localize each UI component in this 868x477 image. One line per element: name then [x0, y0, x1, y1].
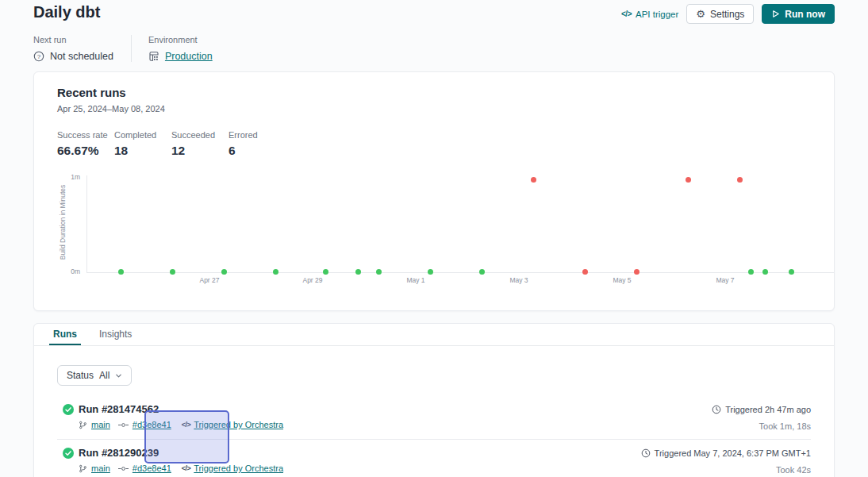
recent-runs-card: Recent runs Apr 25, 2024–May 08, 2024 Su… — [33, 71, 835, 311]
api-trigger-link[interactable]: </> API trigger — [621, 10, 678, 19]
y-tick-label: 0m — [58, 267, 80, 275]
top-actions: </> API trigger ⚙ Settings Run now — [621, 2, 835, 24]
date-range: Apr 25, 2024–May 08, 2024 — [57, 104, 811, 113]
x-tick-label: May 7 — [716, 276, 734, 284]
y-axis-label: Build Duration in Minutes — [59, 159, 67, 286]
environment-block: Environment Production — [131, 35, 230, 62]
run-title: Run #281290239 — [79, 447, 283, 459]
git-commit-icon — [118, 465, 129, 472]
run-row[interactable]: Run #281290239 main #d3e8e41 </> — [57, 440, 811, 477]
environment-link[interactable]: Production — [165, 51, 213, 62]
chart-point-succeeded[interactable] — [221, 269, 227, 275]
status-filter-label: Status — [67, 370, 94, 381]
x-tick-label: May 3 — [509, 276, 528, 284]
environment-label: Environment — [148, 35, 213, 44]
chart-point-succeeded[interactable] — [376, 269, 382, 275]
commit-link[interactable]: #d3e8e41 — [133, 420, 171, 429]
run-now-button[interactable]: Run now — [762, 4, 835, 24]
code-icon: </> — [182, 421, 191, 429]
tab-insights[interactable]: Insights — [95, 324, 136, 345]
stats-row: Success rate 66.67% Completed 18 Succeed… — [57, 130, 811, 158]
run-title: Run #281474562 — [79, 403, 283, 415]
settings-button[interactable]: ⚙ Settings — [686, 4, 754, 24]
chart-point-errored[interactable] — [686, 177, 691, 183]
code-icon: </> — [182, 464, 191, 472]
svg-text:?: ? — [37, 53, 41, 60]
triggered-text: Triggered 2h 47m ago — [725, 405, 811, 414]
took-text: Took 1m, 18s — [712, 421, 811, 431]
chart-point-succeeded[interactable] — [748, 269, 754, 275]
page-title: Daily dbt — [33, 2, 100, 21]
help-circle-icon: ? — [33, 51, 44, 62]
next-run-block: Next run ? Not scheduled — [33, 35, 131, 62]
branch-link[interactable]: main — [91, 420, 110, 429]
runs-card: Runs Insights Status All Run #281474562 — [33, 323, 835, 477]
chart-point-succeeded[interactable] — [355, 269, 361, 275]
chart-point-succeeded[interactable] — [323, 269, 328, 275]
gear-icon: ⚙ — [696, 9, 705, 19]
branch-link[interactable]: main — [91, 464, 110, 473]
tab-runs[interactable]: Runs — [49, 324, 81, 345]
git-branch-icon — [79, 464, 87, 473]
run-list: Run #281474562 main #d3e8e41 </> — [57, 396, 811, 477]
trigger-label: Triggered by Orchestra — [194, 464, 283, 473]
next-run-label: Next run — [33, 35, 113, 44]
y-tick-label: 1m — [58, 173, 80, 181]
clock-icon — [641, 448, 651, 458]
clock-icon — [712, 405, 721, 414]
x-tick-label: May 5 — [613, 276, 631, 284]
run-now-label: Run now — [785, 9, 825, 20]
chevron-down-icon — [115, 372, 122, 379]
job-meta-row: Next run ? Not scheduled Environment Pro… — [0, 24, 868, 62]
play-icon — [771, 10, 780, 18]
status-filter-button[interactable]: Status All — [57, 365, 132, 386]
check-circle-icon — [63, 404, 74, 429]
triggered-text: Triggered May 7, 2024, 6:37 PM GMT+1 — [655, 448, 811, 458]
api-trigger-label: API trigger — [636, 10, 678, 19]
chart-point-errored[interactable] — [582, 269, 588, 275]
run-row[interactable]: Run #281474562 main #d3e8e41 </> — [57, 396, 811, 440]
stat-completed: Completed 18 — [114, 130, 171, 158]
stat-succeeded: Succeeded 12 — [171, 130, 229, 158]
git-branch-icon — [79, 421, 87, 429]
recent-runs-title: Recent runs — [57, 86, 811, 99]
commit-link[interactable]: #d3e8e41 — [133, 464, 171, 473]
chart-point-succeeded[interactable] — [789, 269, 794, 275]
trigger-link[interactable]: </> Triggered by Orchestra — [182, 420, 283, 429]
status-filter-value: All — [99, 370, 109, 381]
trigger-label: Triggered by Orchestra — [194, 420, 283, 429]
chart-point-succeeded[interactable] — [762, 269, 768, 275]
tab-bar: Runs Insights — [34, 324, 834, 346]
chart-point-errored[interactable] — [634, 269, 639, 275]
took-text: Took 42s — [641, 465, 811, 475]
chart-point-errored[interactable] — [737, 177, 743, 183]
chart-point-errored[interactable] — [531, 177, 536, 183]
chart-point-succeeded[interactable] — [118, 269, 124, 275]
stat-errored: Errored 6 — [229, 130, 286, 158]
x-tick-label: Apr 29 — [302, 276, 322, 284]
x-tick-label: Apr 27 — [199, 276, 219, 284]
x-tick-label: May 1 — [406, 276, 424, 284]
top-bar: Daily dbt </> API trigger ⚙ Settings Run… — [0, 0, 868, 24]
database-icon — [148, 51, 159, 62]
settings-label: Settings — [710, 9, 744, 20]
y-axis-line — [86, 175, 87, 273]
chart-point-succeeded[interactable] — [170, 269, 175, 275]
chart-point-succeeded[interactable] — [428, 269, 433, 275]
check-circle-icon — [63, 448, 74, 473]
trigger-link[interactable]: </> Triggered by Orchestra — [182, 464, 283, 473]
chart-point-succeeded[interactable] — [479, 269, 485, 275]
x-axis-line — [86, 272, 834, 273]
chart-point-succeeded[interactable] — [273, 269, 278, 275]
code-icon: </> — [621, 10, 632, 18]
stat-success-rate: Success rate 66.67% — [57, 130, 114, 158]
git-commit-icon — [118, 421, 129, 429]
next-run-value: Not scheduled — [50, 51, 113, 62]
